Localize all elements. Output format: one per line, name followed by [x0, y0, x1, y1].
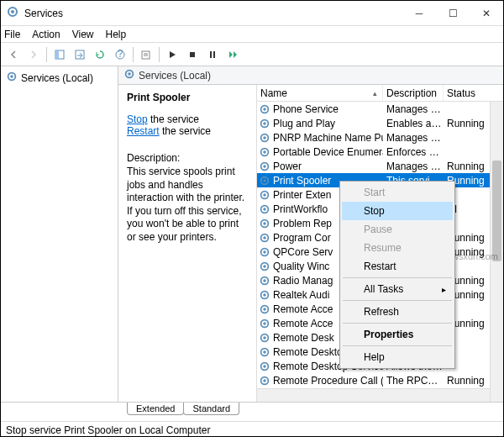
detail-pane: Print Spooler Stop the service Restart t… [118, 85, 257, 402]
detail-title: Print Spooler [127, 92, 248, 103]
service-desc: Enforces gr... [383, 146, 444, 158]
tab-extended[interactable]: Extended [127, 403, 184, 415]
stop-service-button[interactable] [183, 45, 202, 64]
svg-point-46 [263, 308, 266, 311]
stop-service-line: Stop the service [127, 113, 248, 125]
gear-icon [259, 118, 270, 129]
svg-point-28 [263, 179, 266, 182]
service-name: Portable Device Enumerator... [273, 146, 383, 158]
service-name: QPCore Serv [273, 246, 333, 258]
service-row[interactable]: Phone ServiceManages th... [257, 102, 503, 116]
menu-view[interactable]: View [72, 29, 94, 40]
service-row[interactable]: PowerManages p...Running [257, 159, 503, 173]
back-button[interactable] [4, 45, 23, 64]
gear-icon [259, 175, 270, 187]
svg-point-42 [263, 279, 266, 282]
restart-service-button[interactable] [223, 45, 242, 64]
gear-icon [259, 332, 270, 344]
menu-action[interactable]: Action [32, 29, 60, 40]
context-resume: Resume [342, 239, 453, 257]
service-status: Running [444, 118, 490, 129]
gear-icon [259, 361, 270, 372]
service-name: Remote Desk [273, 332, 334, 344]
gear-icon [6, 71, 18, 85]
show-hide-button[interactable] [50, 45, 69, 64]
service-name: Print Spooler [273, 175, 331, 187]
service-name: Plug and Play [273, 118, 335, 129]
service-row[interactable]: Plug and PlayEnables a c...Running [257, 116, 503, 130]
svg-rect-10 [190, 52, 195, 57]
svg-point-16 [128, 72, 131, 76]
context-properties[interactable]: Properties [342, 325, 453, 344]
service-desc: Manages p... [383, 161, 444, 172]
service-row[interactable]: Portable Device Enumerator...Enforces gr… [257, 145, 503, 159]
restart-link[interactable]: Restart [127, 125, 160, 137]
service-desc: Enables a c... [383, 118, 444, 129]
refresh-button[interactable] [91, 45, 109, 64]
context-stop[interactable]: Stop [342, 202, 453, 220]
statusbar: Stop service Print Spooler on Local Comp… [1, 421, 503, 437]
maximize-button[interactable]: ☐ [436, 1, 470, 26]
context-restart[interactable]: Restart [342, 257, 453, 276]
context-help[interactable]: Help [342, 348, 453, 366]
service-status: Running [444, 375, 490, 387]
gear-icon [259, 146, 270, 158]
pane-header: Services (Local) [118, 66, 503, 85]
service-name-cell: Plug and Play [257, 118, 383, 129]
list-header: Name▴ Description Status [257, 85, 503, 102]
export-button[interactable] [71, 45, 89, 64]
column-name[interactable]: Name▴ [257, 85, 383, 101]
svg-point-24 [263, 150, 266, 154]
gear-icon [259, 289, 270, 301]
service-name-cell: Portable Device Enumerator... [257, 146, 383, 158]
menu-help[interactable]: Help [106, 29, 127, 40]
window-buttons: ─ ☐ ✕ [402, 1, 503, 26]
service-row[interactable]: PNRP Machine Name Publi...Manages p... [257, 130, 503, 145]
stop-link[interactable]: Stop [127, 113, 148, 125]
pause-service-button[interactable] [203, 45, 222, 64]
context-all-tasks[interactable]: All Tasks▸ [342, 280, 453, 298]
properties-button[interactable] [137, 45, 155, 64]
scrollbar-thumb[interactable] [492, 161, 501, 261]
svg-point-54 [263, 365, 266, 368]
minimize-button[interactable]: ─ [402, 1, 436, 26]
tree-item-label: Services (Local) [21, 72, 93, 84]
tree-item-services-local[interactable]: Services (Local) [4, 70, 114, 86]
svg-point-52 [263, 350, 266, 354]
forward-button[interactable] [24, 45, 43, 64]
svg-point-48 [263, 322, 266, 325]
column-status[interactable]: Status [444, 85, 490, 101]
column-description[interactable]: Description [383, 85, 444, 101]
close-button[interactable]: ✕ [470, 1, 503, 26]
svg-point-50 [263, 336, 266, 340]
svg-point-18 [263, 108, 266, 111]
window-title: Services [24, 8, 63, 19]
svg-point-34 [263, 222, 266, 225]
gear-icon [259, 189, 270, 201]
tab-standard[interactable]: Standard [183, 403, 239, 415]
gear-icon [259, 161, 270, 172]
service-name: Remote Acce [273, 303, 333, 315]
toolbar: ? [1, 43, 503, 66]
svg-rect-11 [210, 51, 212, 58]
titlebar: Services ─ ☐ ✕ [1, 1, 503, 26]
menu-file[interactable]: File [4, 29, 20, 40]
service-row[interactable]: Remote Procedure Call (RPC)The RPCSS ...… [257, 373, 503, 387]
service-name: Power [273, 161, 302, 172]
svg-text:?: ? [118, 49, 123, 60]
gear-icon [259, 275, 270, 287]
service-name: PNRP Machine Name Publi... [273, 132, 383, 144]
svg-point-38 [263, 250, 266, 254]
context-refresh[interactable]: Refresh [342, 303, 453, 321]
svg-point-36 [263, 236, 266, 240]
gear-icon [123, 68, 135, 82]
gear-icon [259, 218, 270, 229]
chevron-right-icon: ▸ [442, 285, 446, 294]
help-button[interactable]: ? [111, 45, 129, 64]
tab-strip: Extended Standard [1, 403, 503, 421]
description-label: Description: [127, 152, 248, 164]
svg-point-22 [263, 136, 266, 140]
horizontal-scrollbar[interactable] [257, 388, 490, 402]
svg-point-32 [263, 208, 266, 211]
start-service-button[interactable] [163, 45, 181, 64]
